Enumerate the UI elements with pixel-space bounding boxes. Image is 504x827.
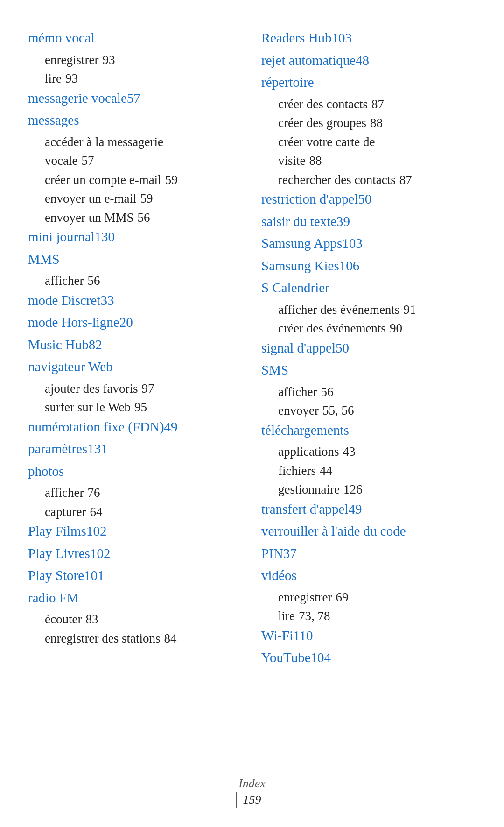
sub-memo-vocal-enregistrer: enregistrer93 — [28, 50, 243, 70]
entry-restriction-appel: restriction d'appel50 — [261, 189, 476, 210]
entry-youtube: YouTube104 — [261, 648, 476, 668]
entry-title-verrouiller-pin: verrouiller à l'aide du code — [261, 523, 406, 538]
sub-messages-1b: vocale57 — [28, 151, 243, 170]
entry-mini-journal: mini journal130 — [28, 227, 243, 247]
entry-play-store: Play Store101 — [28, 565, 243, 586]
sub-radio-ecouter: écouter83 — [28, 610, 243, 629]
sub-nav-surfer: surfer sur le Web95 — [28, 398, 243, 417]
entry-telechargements: téléchargements — [261, 420, 476, 441]
sub-messages-4: envoyer un MMS56 — [28, 208, 243, 227]
sub-repertoire-carte1: créer votre carte de — [261, 133, 476, 152]
entry-title-samsung-kies: Samsung Kies — [261, 258, 339, 273]
entry-radio-fm: radio FM — [28, 588, 243, 608]
entry-title-verrouiller-pin2: PIN — [261, 546, 283, 561]
sub-videos-enregistrer: enregistrer69 — [261, 588, 476, 607]
entry-mode-discret: mode Discret33 — [28, 290, 243, 311]
entry-title-samsung-apps: Samsung Apps — [261, 236, 342, 251]
entry-title-saisir-texte: saisir du texte — [261, 214, 336, 229]
sub-messages-2: créer un compte e-mail59 — [28, 170, 243, 190]
sub-repertoire-groupes: créer des groupes88 — [261, 113, 476, 133]
entry-title-mms: MMS — [28, 252, 60, 267]
page: mémo vocal enregistrer93 lire93 messager… — [0, 0, 504, 717]
entry-title-repertoire: répertoire — [261, 75, 314, 90]
entry-mms: MMS — [28, 249, 243, 270]
entry-title-numerotation-fdn: numérotation fixe (FDN) — [28, 419, 164, 434]
entry-photos: photos — [28, 461, 243, 482]
entry-mode-hors-ligne: mode Hors-ligne20 — [28, 312, 243, 333]
entry-readers-hub: Readers Hub103 — [261, 28, 476, 49]
entry-parametres: paramètres131 — [28, 439, 243, 459]
footer-page-number: 159 — [236, 792, 268, 808]
entry-videos: vidéos — [261, 565, 476, 586]
sub-mms-afficher: afficher56 — [28, 271, 243, 290]
entry-title-mini-journal: mini journal — [28, 229, 95, 244]
sub-scalendrier-creer: créer des événements90 — [261, 319, 476, 338]
entry-numerotation-fdn: numérotation fixe (FDN)49 — [28, 417, 243, 438]
entry-title-navigateur-web: navigateur Web — [28, 359, 113, 374]
entry-saisir-texte: saisir du texte39 — [261, 212, 476, 232]
sub-repertoire-contacts: créer des contacts87 — [261, 95, 476, 114]
footer: Index 159 — [0, 777, 504, 808]
entry-title-restriction-appel: restriction d'appel — [261, 191, 358, 206]
entry-navigateur-web: navigateur Web — [28, 357, 243, 377]
entry-title-wifi: Wi-Fi — [261, 628, 293, 643]
sub-repertoire-carte2: visite88 — [261, 151, 476, 170]
entry-title-readers-hub: Readers Hub — [261, 30, 332, 45]
entry-title-play-store: Play Store — [28, 568, 84, 583]
sub-photos-afficher: afficher76 — [28, 483, 243, 502]
entry-signal-appel: signal d'appel50 — [261, 338, 476, 359]
sub-sms-envoyer: envoyer55, 56 — [261, 401, 476, 420]
entry-verrouiller-pin: verrouiller à l'aide du code — [261, 521, 476, 542]
sub-videos-lire: lire73, 78 — [261, 607, 476, 626]
sub-memo-vocal-lire: lire93 — [28, 69, 243, 88]
entry-repertoire: répertoire — [261, 72, 476, 93]
sub-repertoire-rechercher: rechercher des contacts87 — [261, 170, 476, 190]
sub-photos-capturer: capturer64 — [28, 502, 243, 522]
entry-title-memo-vocal: mémo vocal — [28, 30, 95, 45]
entry-title-music-hub: Music Hub — [28, 337, 89, 352]
entry-samsung-kies: Samsung Kies106 — [261, 256, 476, 276]
sub-nav-favoris: ajouter des favoris97 — [28, 379, 243, 398]
sub-tel-fichiers: fichiers44 — [261, 461, 476, 481]
entry-verrouiller-pin2: PIN37 — [261, 544, 476, 564]
sub-sms-afficher: afficher56 — [261, 382, 476, 402]
entry-sms: SMS — [261, 360, 476, 381]
sub-scalendrier-afficher: afficher des événements91 — [261, 300, 476, 319]
entry-title-messagerie-vocale: messagerie vocale — [28, 91, 127, 106]
entry-title-radio-fm: radio FM — [28, 590, 79, 605]
entry-messages: messages — [28, 110, 243, 131]
entry-title-transfert-appel: transfert d'appel — [261, 502, 348, 516]
entry-title-mode-discret: mode Discret — [28, 293, 100, 308]
entry-title-mode-hors-ligne: mode Hors-ligne — [28, 315, 119, 330]
entry-title-telechargements: téléchargements — [261, 423, 349, 438]
sub-radio-enregistrer: enregistrer des stations84 — [28, 629, 243, 648]
sub-tel-gestionnaire: gestionnaire126 — [261, 480, 476, 499]
index-columns: mémo vocal enregistrer93 lire93 messager… — [28, 28, 476, 670]
sub-messages-1: accéder à la messagerie — [28, 133, 243, 152]
sub-messages-3: envoyer un e-mail59 — [28, 189, 243, 208]
entry-title-rejet-automatique: rejet automatique — [261, 53, 356, 68]
entry-play-livres: Play Livres102 — [28, 544, 243, 564]
entry-title-s-calendrier: S Calendrier — [261, 280, 329, 295]
entry-title-videos: vidéos — [261, 568, 297, 583]
entry-title-sms: SMS — [261, 362, 288, 377]
entry-wifi: Wi-Fi110 — [261, 626, 476, 646]
entry-title-photos: photos — [28, 464, 64, 479]
entry-title-messages: messages — [28, 113, 79, 127]
entry-samsung-apps: Samsung Apps103 — [261, 233, 476, 254]
entry-music-hub: Music Hub82 — [28, 335, 243, 355]
entry-s-calendrier: S Calendrier — [261, 278, 476, 298]
entry-title-youtube: YouTube — [261, 650, 311, 665]
entry-title-parametres: paramètres — [28, 441, 87, 456]
right-column: Readers Hub103 rejet automatique48 réper… — [261, 28, 476, 670]
entry-title-signal-appel: signal d'appel — [261, 340, 336, 355]
footer-label: Index — [0, 777, 504, 791]
sub-tel-applications: applications43 — [261, 442, 476, 461]
entry-play-films: Play Films102 — [28, 521, 243, 542]
entry-transfert-appel: transfert d'appel49 — [261, 499, 476, 520]
entry-messagerie-vocale: messagerie vocale57 — [28, 88, 243, 109]
left-column: mémo vocal enregistrer93 lire93 messager… — [28, 28, 243, 670]
entry-rejet-automatique: rejet automatique48 — [261, 50, 476, 71]
entry-title-play-films: Play Films — [28, 523, 86, 538]
entry-title-play-livres: Play Livres — [28, 546, 90, 561]
